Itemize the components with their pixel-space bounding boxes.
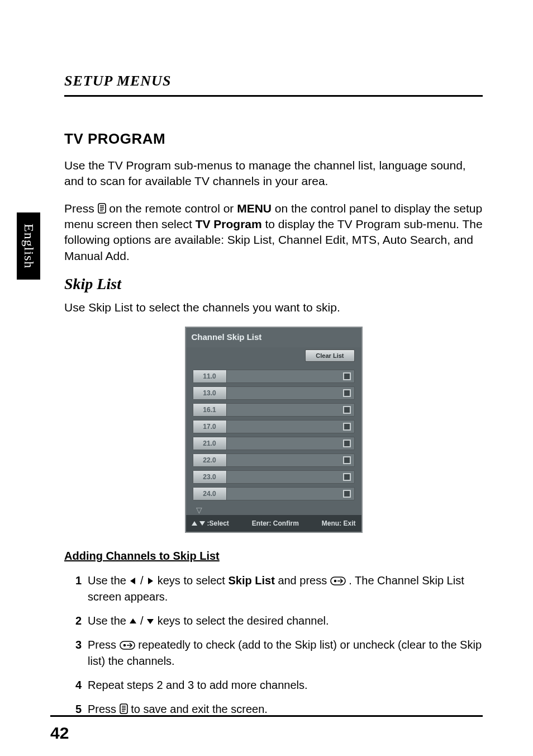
table-row[interactable]: 11.0: [193, 370, 355, 383]
channel-skip-list-dialog: Channel Skip List Clear List 11.0 13.0 1…: [185, 327, 363, 533]
svg-point-12: [123, 644, 126, 647]
checkbox[interactable]: [343, 372, 351, 380]
divider: [64, 95, 483, 97]
triangle-right-icon: [146, 577, 154, 585]
svg-marker-9: [130, 618, 136, 623]
triangle-down-icon: [146, 617, 154, 625]
channel-number: 13.0: [193, 387, 227, 399]
dialog-title: Channel Skip List: [186, 328, 361, 347]
language-tab: English: [17, 212, 40, 280]
list-item: 3 Press repeatedly to check (add to the …: [75, 637, 483, 669]
enter-icon: [330, 577, 346, 585]
menu-list-icon: [98, 203, 106, 214]
table-row[interactable]: 23.0: [193, 470, 355, 484]
text: repeatedly to check (add to the Skip lis…: [88, 639, 482, 667]
text: Press: [88, 703, 120, 715]
clear-list-button[interactable]: Clear List: [305, 349, 354, 362]
tv-program-label: TV Program: [196, 218, 262, 230]
table-row[interactable]: 17.0: [193, 420, 355, 433]
list-item: 2 Use the / keys to select the desired c…: [75, 613, 483, 629]
checkbox[interactable]: [343, 440, 351, 447]
svg-marker-6: [148, 578, 153, 584]
heading-skip-list: Skip List: [64, 275, 483, 293]
svg-rect-13: [120, 704, 127, 714]
table-row[interactable]: 16.1: [193, 403, 355, 417]
channel-number: 22.0: [193, 454, 227, 466]
menu-list-icon: [120, 703, 128, 714]
page: English SETUP MENUS TV PROGRAM Use the T…: [0, 0, 533, 756]
dialog-footer: :Select Enter: Confirm Menu: Exit: [186, 515, 361, 532]
enter-hint: Enter: Confirm: [252, 519, 299, 527]
triangle-down-icon: [199, 521, 205, 526]
checkbox[interactable]: [343, 389, 351, 397]
checkbox[interactable]: [343, 406, 351, 414]
triangle-left-icon: [129, 577, 137, 585]
page-number: 42: [50, 724, 69, 743]
text: and press: [278, 574, 330, 587]
channel-number: 23.0: [193, 471, 227, 483]
triangle-up-icon: [192, 521, 197, 526]
svg-rect-0: [98, 204, 106, 213]
text: Press: [88, 639, 120, 651]
press-paragraph: Press on the remote control or MENU on t…: [64, 201, 483, 264]
channel-rows: 11.0 13.0 16.1 17.0 21.0 22.0 23.0 24.0: [186, 367, 361, 507]
channel-number: 24.0: [193, 488, 227, 500]
text: keys to select: [158, 574, 229, 587]
list-item: 4 Repeat steps 2 and 3 to add more chann…: [75, 677, 483, 693]
scroll-down-indicator: ▽: [186, 507, 361, 515]
table-row[interactable]: 13.0: [193, 386, 355, 400]
skip-list-label: Skip List: [228, 574, 274, 587]
table-row[interactable]: 21.0: [193, 437, 355, 450]
svg-marker-5: [130, 578, 135, 584]
adding-channels-heading: Adding Channels to Skip List: [64, 550, 483, 563]
triangle-up-icon: [129, 617, 137, 625]
checkbox[interactable]: [343, 473, 351, 481]
channel-number: 17.0: [193, 420, 227, 433]
checkbox[interactable]: [343, 456, 351, 464]
menu-label: MENU: [237, 202, 272, 215]
text: on the remote control or: [109, 202, 237, 215]
text: :Select: [207, 519, 229, 527]
checkbox[interactable]: [343, 423, 351, 431]
text: Use the: [88, 574, 129, 587]
text: Use the: [88, 615, 129, 627]
table-row[interactable]: 22.0: [193, 453, 355, 467]
skip-intro: Use Skip List to select the channels you…: [64, 300, 483, 315]
menu-hint: Menu: Exit: [322, 519, 356, 527]
text: /: [140, 615, 146, 627]
text: Press: [64, 202, 98, 215]
nav-select-hint: :Select: [192, 519, 229, 527]
footer-divider: [50, 715, 483, 717]
channel-number: 21.0: [193, 437, 227, 450]
dialog-toolbar: Clear List: [186, 347, 361, 367]
heading-tv-program: TV PROGRAM: [64, 130, 483, 148]
enter-icon: [120, 641, 135, 650]
text: keys to select the desired channel.: [158, 615, 329, 627]
svg-point-8: [334, 580, 336, 583]
section-header: SETUP MENUS: [64, 73, 483, 89]
list-item: 1 Use the / keys to select Skip List and…: [75, 573, 483, 605]
text: /: [140, 574, 146, 587]
channel-number: 16.1: [193, 404, 227, 416]
svg-marker-10: [147, 619, 154, 624]
channel-number: 11.0: [193, 370, 227, 382]
table-row[interactable]: 24.0: [193, 487, 355, 500]
steps-list: 1 Use the / keys to select Skip List and…: [64, 573, 483, 717]
intro-paragraph: Use the TV Program sub-menus to manage t…: [64, 158, 483, 190]
checkbox[interactable]: [343, 490, 351, 498]
text: to save and exit the screen.: [131, 703, 268, 715]
text: Repeat steps 2 and 3 to add more channel…: [88, 679, 308, 691]
